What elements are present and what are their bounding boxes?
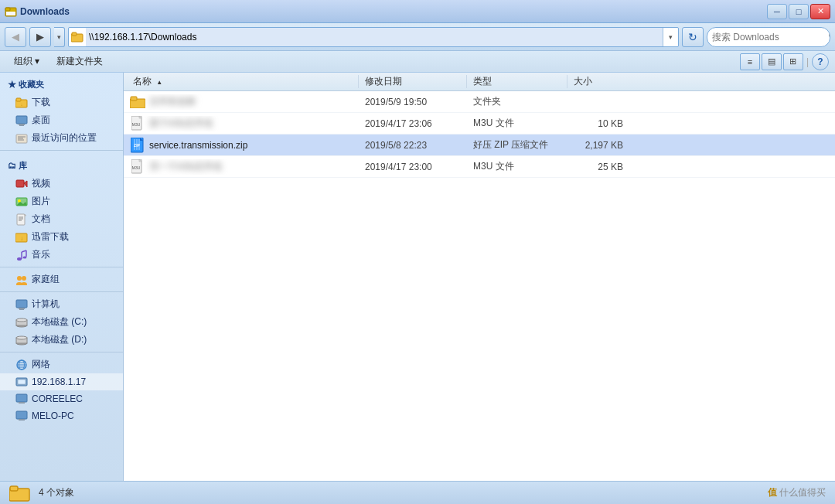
file-size-cell: 10 KB bbox=[567, 118, 629, 129]
nav-dropdown-button[interactable]: ▾ bbox=[54, 27, 65, 47]
svg-rect-36 bbox=[16, 300, 27, 308]
svg-rect-54 bbox=[16, 411, 27, 419]
view-list-button[interactable]: ▤ bbox=[762, 53, 782, 70]
coreelec-icon bbox=[15, 393, 28, 405]
sidebar-item-label: 图片 bbox=[32, 195, 50, 208]
address-dropdown-button[interactable]: ▾ bbox=[663, 28, 678, 46]
sidebar-item-downloads[interactable]: ↓ 下载 bbox=[0, 94, 123, 111]
watermark: 值 什么值得买 bbox=[768, 486, 826, 499]
svg-point-33 bbox=[22, 276, 26, 281]
svg-point-44 bbox=[16, 336, 27, 339]
sidebar-item-label: 最近访问的位置 bbox=[32, 131, 97, 145]
table-row[interactable]: M3U 另一个m3u文件名 2019/4/17 23:00 M3U 文件 25 … bbox=[124, 156, 835, 178]
file-size-cell: 2,197 KB bbox=[567, 140, 629, 151]
sidebar-item-xunlei[interactable]: ↓ 迅雷下载 bbox=[0, 228, 123, 246]
sidebar-item-desktop[interactable]: 桌面 bbox=[0, 111, 123, 129]
address-bar: ▾ bbox=[68, 27, 679, 47]
sidebar-divider bbox=[0, 352, 123, 352]
sidebar-item-disk-d[interactable]: 本地磁盘 (D:) bbox=[0, 331, 123, 349]
organize-menu[interactable]: 组织 ▾ bbox=[6, 53, 47, 70]
svg-point-27 bbox=[17, 257, 22, 261]
sidebar-item-pictures[interactable]: 图片 bbox=[0, 192, 123, 210]
sidebar-section-library: 🗂 库 bbox=[0, 154, 123, 175]
search-input[interactable] bbox=[712, 32, 828, 43]
sidebar-item-documents[interactable]: 文档 bbox=[0, 210, 123, 228]
new-folder-button[interactable]: 新建文件夹 bbox=[49, 53, 111, 70]
forward-button[interactable]: ▶ bbox=[29, 27, 51, 47]
svg-rect-6 bbox=[16, 98, 21, 101]
sidebar-item-recent[interactable]: 最近访问的位置 bbox=[0, 129, 123, 147]
view-buttons: ≡ ▤ ⊞ | ? bbox=[740, 53, 829, 70]
svg-rect-2 bbox=[6, 12, 15, 15]
table-row[interactable]: M3U 某个m3u文件名 2019/4/17 23:06 M3U 文件 10 K… bbox=[124, 113, 835, 135]
maximize-button[interactable]: □ bbox=[789, 4, 809, 19]
column-size-header[interactable]: 大小 bbox=[567, 75, 629, 88]
file-type-cell: M3U 文件 bbox=[467, 160, 567, 173]
homegroup-icon bbox=[15, 274, 28, 286]
svg-rect-57 bbox=[131, 97, 137, 100]
sidebar-item-label: 计算机 bbox=[32, 298, 60, 311]
file-size-cell: 25 KB bbox=[567, 162, 629, 172]
search-icon[interactable]: 🔍 bbox=[828, 31, 830, 43]
refresh-button[interactable]: ↻ bbox=[682, 27, 704, 47]
sidebar-item-label: 视频 bbox=[32, 177, 50, 190]
xunlei-icon: ↓ bbox=[15, 231, 28, 243]
sidebar-item-network-header[interactable]: 网络 bbox=[0, 356, 123, 373]
column-date-header[interactable]: 修改日期 bbox=[359, 75, 467, 88]
sidebar-section-network-label: 网络 bbox=[32, 358, 50, 371]
file-date-cell: 2019/4/17 23:00 bbox=[359, 162, 467, 172]
svg-marker-16 bbox=[24, 181, 27, 187]
disk-d-icon bbox=[15, 334, 28, 346]
view-tiles-button[interactable]: ⊞ bbox=[783, 53, 803, 70]
sidebar-section-homegroup-label: 家庭组 bbox=[32, 273, 60, 286]
file-name-cell: M3U 某个m3u文件名 bbox=[127, 116, 359, 131]
address-folder-icon bbox=[69, 28, 86, 46]
file-type-cell: M3U 文件 bbox=[467, 117, 567, 130]
file-name-label: service.transmission.zip bbox=[149, 140, 247, 151]
sidebar-item-nas[interactable]: 192.168.1.17 bbox=[0, 373, 123, 390]
view-details-button[interactable]: ≡ bbox=[740, 53, 760, 70]
sidebar-item-label: 桌面 bbox=[32, 114, 50, 127]
table-row[interactable]: 文件夹名称 2019/5/9 19:50 文件夹 bbox=[124, 91, 835, 113]
sidebar-item-disk-c[interactable]: 本地磁盘 (C:) bbox=[0, 313, 123, 331]
sidebar-item-melo-pc[interactable]: MELO-PC bbox=[0, 407, 123, 424]
svg-rect-15 bbox=[16, 180, 24, 187]
back-button[interactable]: ◀ bbox=[5, 27, 26, 47]
sidebar-item-computer-header[interactable]: 计算机 bbox=[0, 295, 123, 313]
sidebar-item-label: 下载 bbox=[32, 96, 50, 109]
address-input[interactable] bbox=[86, 28, 663, 46]
recent-icon bbox=[15, 132, 28, 145]
column-type-header[interactable]: 类型 bbox=[467, 75, 567, 88]
svg-text:M3U: M3U bbox=[132, 122, 141, 127]
desktop-icon bbox=[15, 114, 28, 127]
column-name-header[interactable]: 名称 ▲ bbox=[127, 75, 359, 88]
close-button[interactable]: ✕ bbox=[810, 4, 830, 19]
status-count: 4 个对象 bbox=[39, 486, 74, 499]
window-controls[interactable]: ─ □ ✕ bbox=[767, 4, 830, 19]
svg-rect-51 bbox=[18, 380, 26, 384]
sort-arrow-icon: ▲ bbox=[156, 79, 162, 86]
status-bar: 4 个对象 值 什么值得买 bbox=[0, 481, 835, 504]
help-button[interactable]: ? bbox=[812, 53, 829, 70]
sidebar-section-favorites: ★ 收藏夹 bbox=[0, 73, 123, 94]
svg-rect-9 bbox=[19, 124, 25, 125]
downloads-icon: ↓ bbox=[15, 97, 28, 109]
title-bar: Downloads ─ □ ✕ bbox=[0, 0, 835, 23]
m3u-file-icon: M3U bbox=[130, 116, 145, 131]
watermark-text2: 什么值得买 bbox=[779, 487, 826, 498]
svg-point-35 bbox=[21, 282, 27, 285]
svg-point-41 bbox=[16, 318, 27, 322]
svg-text:↓: ↓ bbox=[21, 102, 23, 107]
menu-bar: 组织 ▾ 新建文件夹 ≡ ▤ ⊞ | ? bbox=[0, 51, 835, 73]
sidebar-item-homegroup[interactable]: 家庭组 bbox=[0, 271, 123, 288]
sidebar-item-coreelec[interactable]: COREELEC bbox=[0, 390, 123, 407]
table-row[interactable]: ZIP service.transmission.zip 2019/5/8 22… bbox=[124, 135, 835, 156]
title-bar-left: Downloads bbox=[5, 5, 70, 18]
sidebar-item-video[interactable]: 视频 bbox=[0, 175, 123, 192]
sidebar-item-music[interactable]: 音乐 bbox=[0, 246, 123, 264]
minimize-button[interactable]: ─ bbox=[767, 4, 787, 19]
file-name-cell: 文件夹名称 bbox=[127, 94, 359, 110]
window-title: Downloads bbox=[20, 6, 70, 17]
file-type-cell: 文件夹 bbox=[467, 95, 567, 108]
svg-rect-20 bbox=[17, 214, 25, 225]
